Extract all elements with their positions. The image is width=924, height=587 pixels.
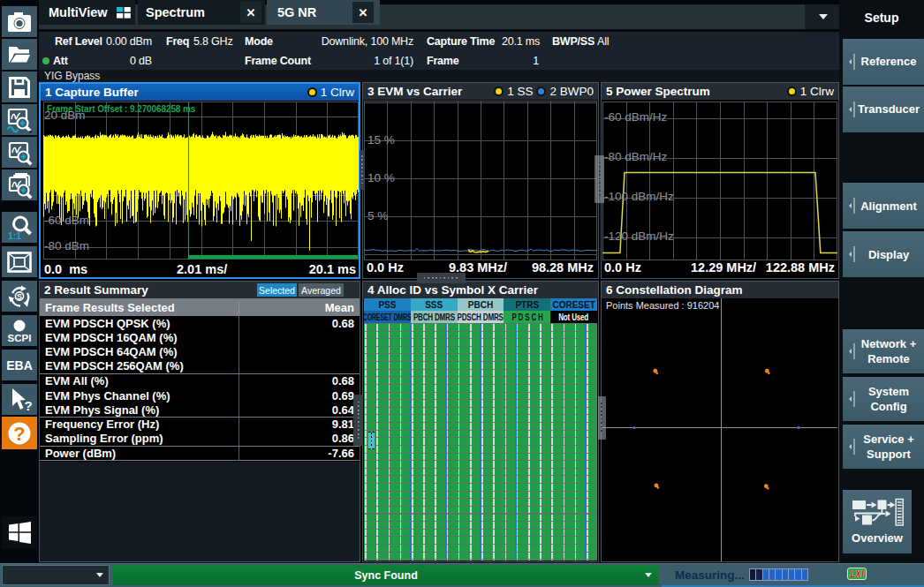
panel-evm-vs-carrier[interactable]: 3 EVM vs Carrier 1 SS 2 BWP0 15 % 10 % 5… (362, 82, 599, 279)
tab-multiview[interactable]: MultiView (39, 0, 135, 25)
tab-list-dropdown[interactable] (805, 4, 841, 29)
help-button[interactable]: ? (2, 417, 37, 449)
splitter-handle[interactable] (353, 395, 363, 446)
att-status-led (42, 57, 49, 64)
splitter-handle[interactable] (595, 155, 604, 203)
ref-level-value: 0.00 dBm (106, 35, 152, 48)
multiview-grid-icon (117, 7, 131, 19)
y-tick-label: 20 dBm (44, 109, 86, 122)
network-remote-button[interactable]: Network + Remote (843, 329, 924, 373)
table-row[interactable]: EVM Phys Signal (%)0.64 (40, 403, 360, 417)
display-frame-button[interactable] (2, 246, 37, 277)
sync-button[interactable]: S (2, 281, 37, 312)
lxi-status-icon: LXI (847, 568, 867, 580)
x-tick-label: 0.0 Hz (367, 260, 404, 275)
channel-settings-bar[interactable]: Ref Level 0.00 dBm Freq 5.8 GHz Mode Dow… (39, 32, 839, 70)
display-button[interactable]: Display (843, 231, 924, 277)
system-config-button[interactable]: System Config (843, 377, 924, 421)
zoom-mode-button[interactable] (2, 104, 37, 135)
panel-result-summary[interactable]: 2 Result Summary Selected Averaged Frame… (39, 281, 360, 562)
frame-value: 1 (427, 55, 539, 67)
submenu-arrow-icon (848, 342, 856, 360)
transducer-button[interactable]: Transducer (843, 87, 924, 132)
table-row[interactable]: EVM Phys Channel (%)0.69 (40, 388, 360, 403)
table-row[interactable]: EVM PDSCH QPSK (%)0.68 (40, 316, 360, 330)
status-dropdown[interactable] (2, 565, 110, 585)
windows-start-button[interactable] (2, 516, 37, 549)
x-tick-label: 12.29 MHz/ (691, 260, 756, 275)
close-tab-5gnr-button[interactable]: ✕ (352, 2, 374, 23)
multi-zoom-button[interactable] (2, 169, 37, 200)
open-file-button[interactable] (2, 39, 37, 70)
zoom-button[interactable] (2, 137, 37, 168)
svg-text:1:1: 1:1 (8, 230, 21, 240)
header-mean: Mean (239, 301, 360, 314)
submenu-arrow-icon (848, 197, 856, 214)
trace1-dot-icon (787, 87, 797, 96)
multi-zoom-icon (6, 172, 33, 199)
x-tick-label: 20.1 ms (309, 262, 356, 276)
panel-alloc-title: 4 Alloc ID vs Symbol X Carrier (363, 282, 598, 298)
capture-time-label: Capture Time (427, 35, 495, 48)
sync-status-text: Sync Found (354, 569, 418, 582)
table-row[interactable]: EVM All (%)0.68 (40, 374, 360, 388)
result-tab-averaged[interactable]: Averaged (299, 283, 344, 297)
alignment-button[interactable]: Alignment (843, 183, 924, 229)
save-button[interactable] (2, 71, 37, 102)
zoom-1to1-icon: 1:1 (6, 214, 33, 241)
sync-status-bar[interactable]: Sync Found (113, 565, 659, 585)
camera-icon (7, 11, 32, 33)
table-row[interactable]: Sampling Error (ppm)0.86 (40, 432, 360, 446)
result-table-header: Frame Results Selected Mean (40, 298, 360, 316)
measuring-label: Measuring... (675, 568, 745, 582)
splitter-handle[interactable] (360, 150, 365, 190)
status-bar: Sync Found Measuring... LXI (0, 563, 924, 587)
y-tick-label: -80 dBm/Hz (604, 150, 667, 163)
splitter-handle[interactable] (417, 273, 466, 283)
close-tab-spectrum-button[interactable]: ✕ (240, 2, 261, 23)
tab-5gnr[interactable]: 5G NR ✕ (267, 0, 380, 25)
ref-level-label: Ref Level (55, 35, 102, 48)
table-row[interactable]: Frequency Error (Hz)9.81 (40, 418, 360, 432)
result-tab-selected[interactable]: Selected (257, 283, 297, 297)
submenu-arrow-icon (848, 390, 856, 408)
submenu-arrow-icon (848, 53, 856, 71)
submenu-arrow-icon (848, 101, 856, 118)
reference-button[interactable]: Reference (843, 39, 924, 85)
splitter-handle[interactable] (598, 396, 606, 440)
att-label: Att (53, 55, 68, 67)
bwp-ss-value: All (597, 35, 609, 48)
frame-count-value: 1 of 1(1) (245, 55, 413, 67)
table-row[interactable]: Power (dBm)-7.66 (40, 447, 360, 461)
panel-constellation[interactable]: 6 Constellation Diagram Points Measured … (601, 281, 839, 562)
panel-capture-buffer[interactable]: 1 Capture Buffer 1 Clrw Frame Start Offs… (39, 82, 360, 279)
zoom-1to1-button[interactable]: 1:1 (2, 212, 37, 243)
sync-arrows-icon: S (7, 284, 32, 309)
screenshot-button[interactable] (2, 6, 37, 37)
overview-button[interactable]: Overview (843, 490, 912, 553)
table-row[interactable]: EVM PDSCH 16QAM (%) (40, 330, 360, 344)
legend-ptrs: PTRS (504, 298, 550, 311)
legend-pdsch-dmrs: PDSCH DMRS (458, 311, 504, 323)
table-row[interactable]: EVM PDSCH 256QAM (%) (40, 359, 360, 373)
bwp-ss-label: BWP/SS (552, 35, 595, 48)
submenu-arrow-icon (848, 245, 856, 263)
context-help-button[interactable]: ? (2, 384, 37, 415)
chevron-down-icon (645, 573, 652, 577)
freq-label: Freq (166, 35, 189, 48)
save-icon (8, 76, 31, 99)
legend-not-used: Not Used (550, 311, 597, 323)
y-tick-label: 5 % (367, 209, 388, 222)
x-tick-label: 0.0 ms (44, 262, 87, 276)
eba-button[interactable]: EBA (2, 350, 37, 380)
tab-spectrum[interactable]: Spectrum ✕ (138, 0, 265, 25)
panel-power-spectrum[interactable]: 5 Power Spectrum 1 Clrw -60 dBm/Hz -80 d… (601, 82, 839, 279)
table-row[interactable]: EVM PDSCH 64QAM (%) (40, 345, 360, 359)
header-frame-results: Frame Results Selected (40, 301, 239, 314)
panel-alloc-id[interactable]: 4 Alloc ID vs Symbol X Carrier PSS SSS P… (362, 281, 599, 562)
help-icon: ? (5, 419, 34, 448)
softkey-sidebar: Setup Reference Transducer Alignment Dis… (839, 0, 924, 563)
service-support-button[interactable]: Service + Support (843, 425, 924, 469)
svg-text:SCPI: SCPI (8, 333, 32, 343)
scpi-button[interactable]: SCPI (2, 315, 37, 346)
